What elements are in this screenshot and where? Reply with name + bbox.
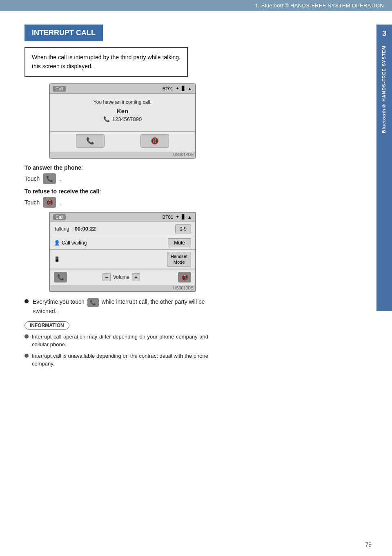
- screen2-image-id: US3019DS: [50, 285, 195, 291]
- phone-number-icon: 📞: [103, 116, 110, 122]
- screen2-row-volume: 📞 − Volume + 📵: [50, 269, 195, 285]
- vol-label: Volume: [113, 274, 129, 280]
- screen2-status-bar: BT01 ✦ ▊ ▲: [163, 214, 192, 220]
- to-refuse-label: To refuse to receive the call:: [24, 188, 359, 195]
- screen1-buttons: 📞 📵: [50, 131, 195, 152]
- screen2-answer-btn[interactable]: 📞: [54, 272, 67, 282]
- touch-refuse-period: .: [59, 199, 61, 206]
- btn-handset[interactable]: HandsetMode: [167, 252, 191, 267]
- screen2-left: Talking 00:00:22: [54, 226, 96, 232]
- screen2-battery-icon: ▊: [182, 214, 185, 220]
- info-bullet-text-2: Interrupt call is unavailable depending …: [32, 352, 208, 368]
- screen2-bt-name: BT01: [163, 215, 173, 220]
- btn-mute[interactable]: Mute: [168, 238, 191, 247]
- chapter-label: Bluetooth® HANDS-FREE SYSTEM: [381, 45, 387, 133]
- touch-answer-period: .: [59, 175, 61, 182]
- screen1-call-label: Call: [53, 86, 66, 92]
- info-description-box: When the call is interrupted by the thir…: [24, 47, 188, 77]
- to-refuse-bold: To refuse to receive the call: [24, 188, 99, 195]
- refuse-icon-button[interactable]: 📵: [43, 197, 56, 208]
- screen2-row-handset: 📱 HandsetMode: [50, 250, 195, 269]
- info-bullet-text-1: Interrupt call operation may differ depe…: [32, 333, 208, 349]
- screen1-image-id: US3018DS: [50, 152, 195, 158]
- vol-minus-btn[interactable]: −: [102, 273, 111, 281]
- bullet-text-1: Everytime you touch 📞 while interrupt ca…: [33, 298, 208, 315]
- info-description-text: When the call is interrupted by the thir…: [32, 54, 180, 70]
- info-bullet-dot-2: [24, 354, 29, 358]
- screen2-mockup: Call BT01 ✦ ▊ ▲ Talking 00:00:22 0-9 👤 C…: [49, 212, 196, 292]
- talking-time: 00:00:22: [75, 226, 96, 232]
- touch-answer-word: Touch: [24, 175, 40, 182]
- reject-button[interactable]: 📵: [140, 134, 169, 148]
- call-waiting-label: Call waiting: [62, 240, 87, 246]
- info-bullet-row-1: Interrupt call operation may differ depe…: [24, 333, 208, 349]
- screen2-phone-icon-left: 📱: [54, 256, 60, 262]
- touch-refuse-row: Touch 📵 .: [24, 197, 359, 208]
- screen2-call-label: Call: [53, 214, 66, 220]
- call-waiting-icon: 👤: [54, 240, 60, 246]
- page-number: 79: [365, 541, 372, 548]
- answer-icon-button[interactable]: 📞: [43, 173, 56, 184]
- bluetooth-icon: ✦: [176, 86, 179, 91]
- phone-number-text: 1234567890: [112, 116, 142, 122]
- header-title: 1. Bluetooth® HANDS-FREE SYSTEM OPERATIO…: [255, 2, 384, 9]
- info-bullet-row-2: Interrupt call is unavailable depending …: [24, 352, 208, 368]
- volume-controls: − Volume +: [102, 273, 140, 281]
- chapter-sidebar: 3 Bluetooth® HANDS-FREE SYSTEM: [376, 25, 392, 311]
- screen2-signal-icon: ▲: [187, 215, 192, 220]
- signal-icon: ▲: [187, 86, 192, 91]
- screen2-reject-btn[interactable]: 📵: [178, 272, 191, 282]
- bullet-section: Everytime you touch 📞 while interrupt ca…: [24, 298, 359, 315]
- page-header: 1. Bluetooth® HANDS-FREE SYSTEM OPERATIO…: [0, 0, 392, 11]
- to-answer-bold: To answer the phone: [24, 164, 81, 171]
- vol-plus-btn[interactable]: +: [132, 273, 140, 281]
- screen2-row-talking: Talking 00:00:22 0-9: [50, 222, 195, 236]
- screen2-phone-icon: 📱: [54, 256, 60, 262]
- touch-refuse-word: Touch: [24, 199, 40, 206]
- screen2-row-callwaiting: 👤 Call waiting Mute: [50, 236, 195, 250]
- chapter-number: 3: [382, 29, 386, 38]
- information-section: INFORMATION Interrupt call operation may…: [24, 321, 208, 368]
- main-content: INTERRUPT CALL When the call is interrup…: [0, 16, 372, 379]
- bullet-text-before: Everytime you touch: [33, 298, 86, 305]
- battery-icon: ▊: [182, 86, 185, 91]
- call-waiting-left: 👤 Call waiting: [54, 240, 87, 246]
- screen1-status-bar: BT01 ✦ ▊ ▲: [163, 86, 192, 91]
- touch-answer-row: Touch 📞 .: [24, 173, 359, 184]
- screen2-bluetooth-icon: ✦: [176, 214, 179, 220]
- bullet-switch-row: Everytime you touch 📞 while interrupt ca…: [24, 298, 208, 315]
- switch-icon-inline: 📞: [87, 298, 99, 307]
- section-title: INTERRUPT CALL: [24, 25, 103, 41]
- info-bullet-dot-1: [24, 334, 29, 339]
- btn-09[interactable]: 0-9: [175, 224, 191, 233]
- screen1-bt-name: BT01: [163, 86, 173, 91]
- talking-label: Talking: [54, 226, 69, 232]
- to-answer-label: To answer the phone:: [24, 164, 359, 171]
- caller-name: Ken: [56, 108, 189, 114]
- information-label: INFORMATION: [24, 321, 69, 330]
- caller-number: 📞 1234567890: [56, 116, 189, 122]
- screen1-header: Call BT01 ✦ ▊ ▲: [50, 84, 195, 94]
- screen1-mockup: Call BT01 ✦ ▊ ▲ You have an incoming cal…: [49, 83, 196, 159]
- screen1-body: You have an incoming call. Ken 📞 1234567…: [50, 94, 195, 131]
- incoming-call-text: You have an incoming call.: [56, 99, 189, 105]
- screen2-header: Call BT01 ✦ ▊ ▲: [50, 213, 195, 222]
- bullet-dot-1: [24, 299, 29, 303]
- answer-button[interactable]: 📞: [76, 134, 105, 148]
